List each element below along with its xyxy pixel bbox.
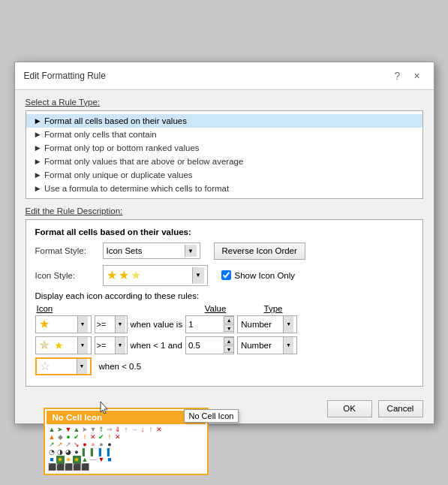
icon-cell[interactable]: !	[81, 433, 89, 441]
icon-cell[interactable]: ▲	[81, 456, 89, 463]
icon-cell[interactable]: ●	[65, 433, 73, 441]
icon-cell[interactable]	[131, 456, 139, 463]
icon-cell[interactable]	[155, 433, 164, 441]
icon-cell[interactable]: ⬛	[48, 463, 56, 471]
icon-cell[interactable]: ✔	[98, 433, 106, 441]
icon-cell[interactable]	[172, 441, 180, 448]
icon-cell[interactable]	[147, 456, 155, 463]
icon-cell[interactable]	[172, 426, 180, 433]
rule-1-value-box[interactable]: ▲ ▼	[185, 315, 234, 333]
icon-cell[interactable]	[155, 456, 164, 463]
icon-cell[interactable]: ▲	[48, 426, 56, 433]
rule-1-operator[interactable]: >= ▼	[95, 315, 128, 333]
icon-cell[interactable]	[164, 456, 172, 463]
rule-2-spinner-down[interactable]: ▼	[224, 345, 234, 353]
icon-cell[interactable]	[122, 441, 131, 448]
icon-cell[interactable]	[164, 448, 172, 456]
icon-cell[interactable]	[114, 463, 122, 471]
icon-cell[interactable]: ◔	[48, 448, 56, 456]
icon-cell[interactable]: ✕	[89, 433, 98, 441]
icon-cell[interactable]	[172, 433, 180, 441]
icon-cell[interactable]	[98, 463, 106, 471]
icon-cell[interactable]	[172, 456, 180, 463]
rule-1-spinner-down[interactable]: ▼	[224, 324, 234, 332]
icon-cell[interactable]: ↗	[56, 441, 65, 448]
icon-cell[interactable]: ▲	[73, 426, 81, 433]
icon-cell[interactable]: ■	[48, 456, 56, 463]
icon-cell[interactable]: ◕	[65, 448, 73, 456]
icon-cell[interactable]: —	[89, 456, 98, 463]
icon-cell[interactable]	[197, 433, 205, 441]
icon-cell[interactable]	[114, 441, 122, 448]
icon-cell[interactable]: ⬛	[65, 463, 73, 471]
rule-2-value-box[interactable]: ▲ ▼	[185, 336, 234, 354]
icon-style-combo[interactable]: ★ ★ ★ ▼	[103, 265, 208, 286]
icon-cell[interactable]: ●	[98, 441, 106, 448]
icon-cell[interactable]: ●	[106, 441, 114, 448]
icon-cell[interactable]: ✕	[114, 433, 122, 441]
icon-cell[interactable]	[197, 441, 205, 448]
icon-cell[interactable]: ★	[65, 456, 73, 463]
icon-cell[interactable]	[147, 433, 155, 441]
icon-cell[interactable]	[188, 426, 197, 433]
rule-item-5[interactable]: ► Use a formula to determine which cells…	[26, 182, 422, 195]
icon-cell[interactable]	[131, 448, 139, 456]
icon-cell[interactable]: ▲	[48, 433, 56, 441]
rule-item-0[interactable]: ► Format all cells based on their values	[26, 114, 422, 128]
icon-cell[interactable]	[172, 463, 180, 471]
icon-cell[interactable]: ■	[106, 456, 114, 463]
cancel-button[interactable]: Cancel	[378, 400, 423, 417]
icon-cell[interactable]	[147, 463, 155, 471]
format-style-combo[interactable]: Icon Sets ▼	[103, 242, 200, 259]
reverse-icon-order-button[interactable]: Reverse Icon Order	[214, 242, 305, 260]
icon-cell[interactable]	[164, 426, 172, 433]
icon-cell[interactable]	[197, 456, 205, 463]
icon-cell[interactable]	[197, 426, 205, 433]
icon-cell[interactable]	[180, 426, 188, 433]
icon-cell[interactable]: ⬛	[81, 463, 89, 471]
icon-cell[interactable]	[122, 433, 131, 441]
icon-cell[interactable]	[139, 441, 147, 448]
icon-cell[interactable]: ●	[81, 441, 89, 448]
icon-cell[interactable]: ⇒	[106, 426, 114, 433]
icon-cell[interactable]	[122, 448, 131, 456]
icon-cell[interactable]	[114, 456, 122, 463]
icon-cell[interactable]	[188, 448, 197, 456]
icon-cell[interactable]	[188, 463, 197, 471]
rule-2-type-combo[interactable]: Number ▼	[237, 336, 297, 354]
rule-2-operator[interactable]: >= ▼	[95, 336, 128, 354]
icon-cell[interactable]: ◑	[56, 448, 65, 456]
show-icon-only-checkbox[interactable]	[221, 270, 231, 280]
rule-1-icon-dropdown[interactable]: ★ ▼	[35, 315, 92, 333]
icon-cell[interactable]: ➤	[81, 426, 89, 433]
icon-cell[interactable]: ●	[73, 448, 81, 456]
icon-cell[interactable]	[188, 441, 197, 448]
rule-2-icon-dropdown[interactable]: ★ ☆ ★ ▼	[35, 336, 92, 354]
icon-cell[interactable]	[89, 463, 98, 471]
icon-cell[interactable]: ▌	[106, 448, 114, 456]
rule-3-icon-dropdown[interactable]: ☆ ▼	[35, 357, 92, 375]
icon-cell[interactable]: ✔	[73, 433, 81, 441]
close-button[interactable]: ×	[410, 68, 425, 83]
icon-cell[interactable]	[180, 448, 188, 456]
rule-1-type-combo[interactable]: Number ▼	[237, 315, 297, 333]
icon-cell[interactable]	[131, 441, 139, 448]
icon-cell[interactable]	[122, 456, 131, 463]
icon-cell[interactable]	[122, 463, 131, 471]
icon-cell[interactable]	[139, 463, 147, 471]
icon-cell[interactable]	[147, 441, 155, 448]
icon-cell[interactable]	[180, 456, 188, 463]
icon-cell[interactable]: ▼	[98, 456, 106, 463]
icon-cell[interactable]	[139, 456, 147, 463]
icon-cell[interactable]: ✕	[155, 426, 164, 433]
icon-cell[interactable]	[180, 441, 188, 448]
icon-cell[interactable]	[164, 441, 172, 448]
icon-cell[interactable]	[139, 433, 147, 441]
icon-cell[interactable]: ⬛	[56, 463, 65, 471]
icon-cell[interactable]: ↘	[73, 441, 81, 448]
icon-cell[interactable]: ⇓	[114, 426, 122, 433]
icon-cell[interactable]: ▼	[89, 426, 98, 433]
icon-cell[interactable]	[114, 448, 122, 456]
icon-cell[interactable]	[172, 448, 180, 456]
icon-cell[interactable]	[197, 463, 205, 471]
